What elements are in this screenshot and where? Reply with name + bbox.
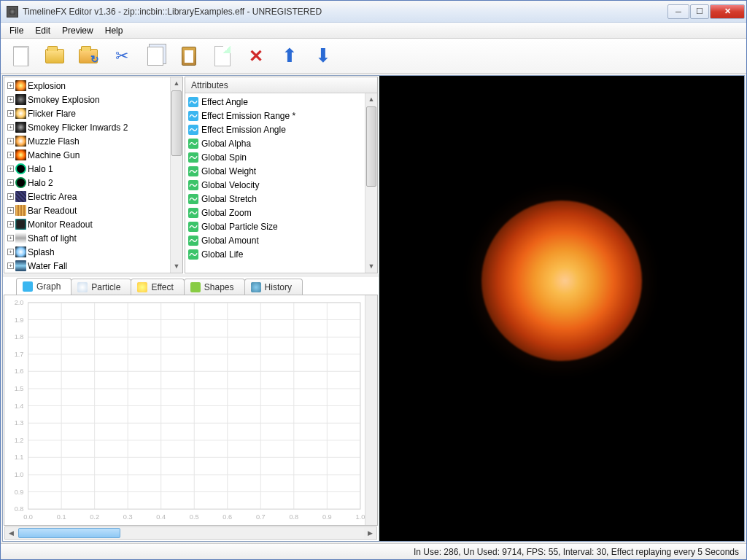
attribute-item[interactable]: Global Weight xyxy=(185,164,365,178)
attribute-item[interactable]: Effect Emission Angle xyxy=(185,122,365,136)
copy-button[interactable] xyxy=(144,43,167,69)
tree-item[interactable]: + Water Fall xyxy=(4,259,170,273)
attributes-scrollbar[interactable]: ▲ ▼ xyxy=(365,93,377,273)
expander-icon[interactable]: + xyxy=(7,262,14,269)
new-page-button[interactable] xyxy=(211,43,234,69)
tree-item-label: Bar Readout xyxy=(28,206,77,216)
shapes-icon xyxy=(190,282,201,292)
scroll-up-icon[interactable]: ▲ xyxy=(365,93,377,106)
expander-icon[interactable]: + xyxy=(7,179,14,186)
title-bar[interactable]: TimelineFX Editor v1.36 - zip::incbin::L… xyxy=(1,1,746,23)
expander-icon[interactable]: + xyxy=(7,82,14,89)
menu-edit[interactable]: Edit xyxy=(29,24,56,37)
graph-canvas[interactable]: 0.00.10.20.30.40.50.60.70.80.91.00.80.91… xyxy=(7,298,365,522)
expander-icon[interactable]: + xyxy=(7,221,14,228)
tree-item[interactable]: + Shaft of light xyxy=(4,231,170,245)
attribute-wave-icon xyxy=(188,208,198,218)
menu-preview[interactable]: Preview xyxy=(56,24,99,37)
tree-item-label: Electric Area xyxy=(28,192,77,202)
expander-icon[interactable]: + xyxy=(7,207,14,214)
expander-icon[interactable]: + xyxy=(7,152,14,158)
tree-item[interactable]: + Flicker Flare xyxy=(4,106,170,120)
tree-item[interactable]: + Halo 2 xyxy=(4,176,170,190)
tab-shapes[interactable]: Shapes xyxy=(184,279,245,295)
tree-item[interactable]: + Bar Readout xyxy=(4,203,170,217)
menu-help[interactable]: Help xyxy=(99,24,129,37)
tab-effect[interactable]: Effect xyxy=(131,279,184,295)
tree-item[interactable]: + Smokey Flicker Inwards 2 xyxy=(4,120,170,134)
toolbar: ✂ ✕ ⬆ ⬇ xyxy=(1,39,746,74)
open-library-button[interactable] xyxy=(77,43,100,69)
menu-file[interactable]: File xyxy=(4,24,29,37)
tree-item[interactable]: + Smokey Explosion xyxy=(4,93,170,106)
svg-text:0.2: 0.2 xyxy=(90,513,99,521)
svg-text:1.2: 1.2 xyxy=(15,437,24,444)
tree-item[interactable]: + Machine Gun xyxy=(4,148,170,162)
scroll-down-icon[interactable]: ▼ xyxy=(171,260,182,273)
horizontal-scrollbar[interactable]: ◀ ▶ xyxy=(4,526,377,540)
svg-text:0.0: 0.0 xyxy=(23,513,33,521)
attribute-label: Global Life xyxy=(201,249,243,260)
tab-particle[interactable]: Particle xyxy=(71,279,131,295)
attribute-item[interactable]: Global Stretch xyxy=(185,192,365,206)
tree-item-label: Splash xyxy=(28,247,55,257)
expander-icon[interactable]: + xyxy=(7,166,14,172)
hscroll-thumb[interactable] xyxy=(18,528,120,538)
attribute-item[interactable]: Global Life xyxy=(185,247,365,261)
scroll-left-icon[interactable]: ◀ xyxy=(5,527,18,539)
move-up-button[interactable]: ⬆ xyxy=(278,43,301,69)
tree-item[interactable]: + Explosion xyxy=(4,79,170,93)
minimize-button[interactable] xyxy=(667,4,689,19)
graph-icon xyxy=(23,281,33,292)
scroll-down-icon[interactable]: ▼ xyxy=(365,260,377,273)
attribute-item[interactable]: Global Velocity xyxy=(185,178,365,192)
svg-text:1.7: 1.7 xyxy=(15,351,24,358)
scroll-thumb[interactable] xyxy=(171,90,182,156)
expander-icon[interactable]: + xyxy=(7,249,14,255)
attribute-item[interactable]: Effect Emission Range * xyxy=(185,109,365,122)
menu-bar: File Edit Preview Help xyxy=(1,23,746,39)
expander-icon[interactable]: + xyxy=(7,138,14,144)
new-document-button[interactable] xyxy=(9,43,33,69)
expander-icon[interactable]: + xyxy=(7,110,14,117)
tree-item[interactable]: + Electric Area xyxy=(4,190,170,203)
tree-scrollbar[interactable]: ▲ ▼ xyxy=(170,77,182,273)
preview-viewport[interactable] xyxy=(379,76,744,541)
tab-graph[interactable]: Graph xyxy=(16,278,71,295)
svg-text:1.9: 1.9 xyxy=(15,316,24,324)
paste-button[interactable] xyxy=(177,43,201,69)
maximize-button[interactable] xyxy=(690,4,709,19)
expander-icon[interactable]: + xyxy=(7,96,14,103)
arrow-up-icon: ⬆ xyxy=(282,44,298,67)
tree-item[interactable]: + Splash xyxy=(4,245,170,259)
close-button[interactable] xyxy=(710,4,745,19)
attributes-list[interactable]: Effect Angle Effect Emission Range * Eff… xyxy=(185,93,365,273)
scroll-thumb[interactable] xyxy=(366,106,376,187)
attribute-item[interactable]: Global Alpha xyxy=(185,136,365,150)
tab-history[interactable]: History xyxy=(244,279,303,295)
left-pane: + Explosion+ Smokey Explosion+ Flicker F… xyxy=(3,76,379,541)
graph-vscrollbar[interactable] xyxy=(365,295,377,525)
tree-item[interactable]: + Monitor Readout xyxy=(4,217,170,231)
expander-icon[interactable]: + xyxy=(7,124,14,131)
attribute-item[interactable]: Effect Angle xyxy=(185,95,365,109)
attribute-item[interactable]: Global Spin xyxy=(185,150,365,164)
open-folder-button[interactable] xyxy=(43,43,66,69)
tree-list[interactable]: + Explosion+ Smokey Explosion+ Flicker F… xyxy=(4,77,170,273)
delete-button[interactable]: ✕ xyxy=(244,43,268,69)
expander-icon[interactable]: + xyxy=(7,235,14,241)
attribute-item[interactable]: Global Particle Size xyxy=(185,219,365,233)
attribute-item[interactable]: Global Amount xyxy=(185,233,365,247)
cut-button[interactable]: ✂ xyxy=(110,43,133,69)
attribute-label: Global Velocity xyxy=(201,180,259,190)
upper-left-panels: + Explosion+ Smokey Explosion+ Flicker F… xyxy=(3,76,379,277)
expander-icon[interactable]: + xyxy=(7,193,14,200)
move-down-button[interactable]: ⬇ xyxy=(311,43,335,69)
scroll-right-icon[interactable]: ▶ xyxy=(364,527,376,539)
tree-item[interactable]: + Halo 1 xyxy=(4,162,170,176)
tree-item[interactable]: + Muzzle Flash xyxy=(4,134,170,148)
scroll-up-icon[interactable]: ▲ xyxy=(171,77,182,90)
svg-text:0.1: 0.1 xyxy=(57,513,66,521)
tree-item-label: Water Fall xyxy=(28,261,67,271)
attribute-item[interactable]: Global Zoom xyxy=(185,206,365,219)
